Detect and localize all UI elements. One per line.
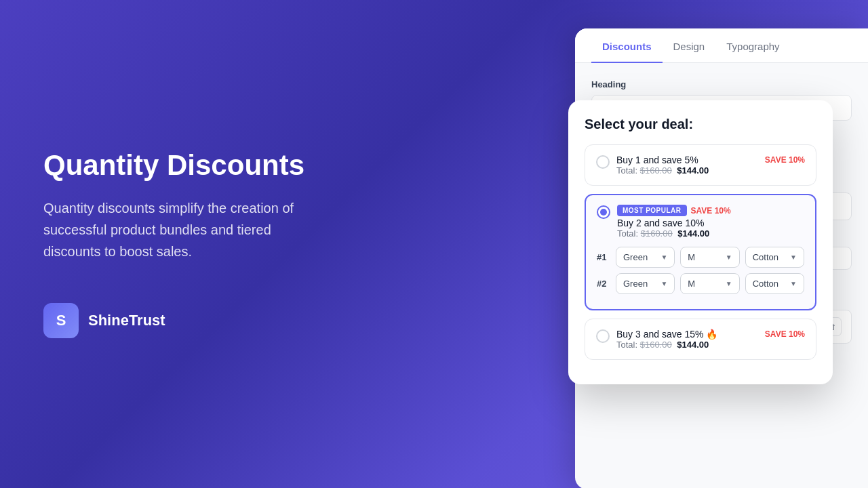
- chevron-down-icon: ▼: [660, 280, 667, 287]
- discounted-price-3: $144.00: [677, 340, 709, 350]
- deal-header-1: Buy 1 and save 5% SAVE 10% Total: $160.0…: [596, 155, 805, 176]
- variation-row-1: #1 Green ▼ M ▼ Cotton ▼: [597, 247, 804, 268]
- deal-text-1: Buy 1 and save 5%: [616, 155, 698, 165]
- most-popular-badge: MOST POPULAR: [617, 205, 687, 216]
- variation-2-color[interactable]: Green ▼: [616, 273, 675, 294]
- variation-1-size[interactable]: M ▼: [680, 247, 739, 268]
- deal-header-2: MOST POPULAR SAVE 10% Buy 2 and save 10%…: [597, 205, 804, 239]
- radio-3[interactable]: [596, 329, 610, 343]
- deal-option-2[interactable]: MOST POPULAR SAVE 10% Buy 2 and save 10%…: [585, 194, 816, 310]
- tab-bar: Discounts Design Typography: [575, 28, 868, 63]
- variation-1-material[interactable]: Cotton ▼: [745, 247, 804, 268]
- variation-2-size[interactable]: M ▼: [680, 273, 739, 294]
- variations-grid: #1 Green ▼ M ▼ Cotton ▼ #2 Green ▼: [597, 247, 804, 294]
- page-title: Quantity Discounts: [43, 150, 328, 181]
- discounted-price-1: $144.00: [677, 165, 709, 176]
- tab-typography[interactable]: Typography: [715, 28, 790, 63]
- chevron-down-icon: ▼: [790, 253, 797, 261]
- radio-1[interactable]: [596, 155, 610, 169]
- deal-text-3: Buy 3 and save 15% 🔥: [616, 329, 717, 340]
- brand-logo: S: [43, 303, 79, 338]
- variation-num-2: #2: [597, 279, 610, 289]
- deal-total-2: Buy 2 and save 10% Total: $160.00 $144.0…: [617, 218, 804, 239]
- variation-2-material[interactable]: Cotton ▼: [745, 273, 804, 294]
- deal-top-3: Buy 3 and save 15% 🔥 SAVE 10%: [616, 329, 805, 340]
- chevron-down-icon: ▼: [660, 253, 667, 261]
- left-panel: Quantity Discounts Quantity discounts si…: [43, 150, 328, 338]
- discounted-price-2: $144.00: [677, 228, 709, 239]
- deal-badges-2: MOST POPULAR SAVE 10%: [617, 205, 804, 216]
- deal-text-2: Buy 2 and save 10%: [617, 218, 804, 228]
- tab-design[interactable]: Design: [663, 28, 716, 63]
- deal-info-1: Buy 1 and save 5% SAVE 10% Total: $160.0…: [616, 155, 805, 176]
- chevron-down-icon: ▼: [726, 253, 732, 261]
- radio-2[interactable]: [597, 205, 610, 219]
- deal-top-1: Buy 1 and save 5% SAVE 10%: [616, 155, 805, 165]
- deal-option-1[interactable]: Buy 1 and save 5% SAVE 10% Total: $160.0…: [585, 144, 816, 186]
- deal-info-3: Buy 3 and save 15% 🔥 SAVE 10% Total: $16…: [616, 329, 805, 350]
- save-badge-1: SAVE 10%: [765, 155, 805, 165]
- brand-name: ShineTrust: [88, 312, 165, 329]
- brand: S ShineTrust: [43, 303, 328, 338]
- tab-discounts[interactable]: Discounts: [591, 28, 663, 63]
- page-description: Quantity discounts simplify the creation…: [43, 197, 328, 262]
- deal-info-2: MOST POPULAR SAVE 10% Buy 2 and save 10%…: [617, 205, 804, 239]
- variation-1-color[interactable]: Green ▼: [616, 247, 675, 268]
- deal-option-3[interactable]: Buy 3 and save 15% 🔥 SAVE 10% Total: $16…: [585, 319, 816, 360]
- original-price-3: $160.00: [640, 340, 672, 350]
- heading-label: Heading: [591, 79, 852, 89]
- save-badge-2: SAVE 10%: [691, 206, 731, 216]
- variation-row-2: #2 Green ▼ M ▼ Cotton ▼: [597, 273, 804, 294]
- overlay-title: Select your deal:: [585, 117, 816, 132]
- chevron-down-icon: ▼: [790, 280, 797, 287]
- deal-header-3: Buy 3 and save 15% 🔥 SAVE 10% Total: $16…: [596, 329, 805, 350]
- overlay-card: Select your deal: Buy 1 and save 5% SAVE…: [568, 100, 833, 384]
- original-price-2: $160.00: [641, 228, 673, 239]
- variation-num-1: #1: [597, 252, 610, 262]
- deal-total-3: Total: $160.00 $144.00: [616, 340, 805, 350]
- deal-total-1: Total: $160.00 $144.00: [616, 165, 805, 176]
- fire-emoji: 🔥: [706, 329, 717, 340]
- chevron-down-icon: ▼: [726, 280, 732, 287]
- original-price-1: $160.00: [640, 165, 672, 176]
- save-badge-3: SAVE 10%: [765, 329, 805, 339]
